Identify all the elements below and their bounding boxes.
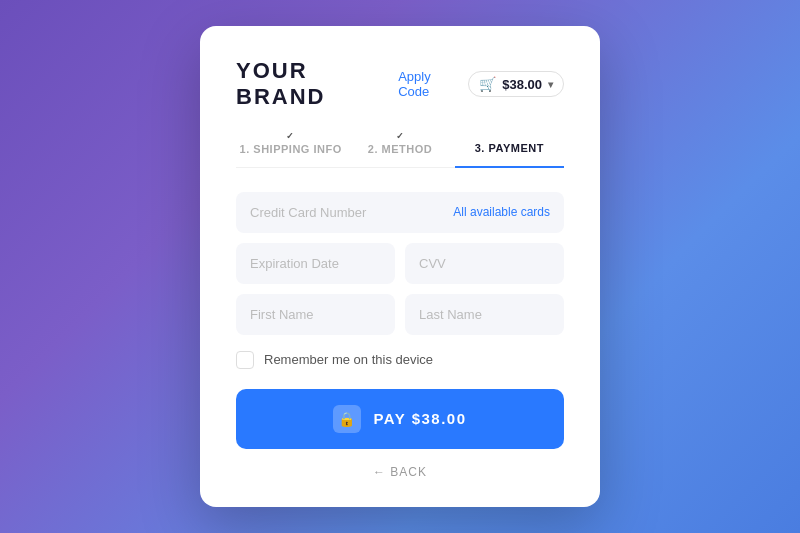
- step1-label: 1. SHIPPING INFO: [240, 143, 342, 155]
- first-name-wrapper: [236, 294, 395, 335]
- last-name-wrapper: [405, 294, 564, 335]
- credit-card-wrapper: All available cards: [236, 192, 564, 233]
- back-link[interactable]: ← BACK: [236, 465, 564, 479]
- step-payment[interactable]: 3. PAYMENT: [455, 130, 564, 168]
- cart-amount: $38.00: [502, 77, 542, 92]
- name-row: [236, 294, 564, 335]
- lock-icon: 🔒: [333, 405, 361, 433]
- payment-form: All available cards: [236, 192, 564, 335]
- step-method[interactable]: ✓ 2. METHOD: [345, 131, 454, 167]
- apply-code-button[interactable]: Apply Code: [398, 69, 458, 99]
- step2-check: ✓: [345, 131, 454, 141]
- chevron-down-icon: ▾: [548, 79, 553, 90]
- step-shipping[interactable]: ✓ 1. SHIPPING INFO: [236, 131, 345, 167]
- step3-check: [455, 130, 564, 140]
- expiry-cvv-row: [236, 243, 564, 284]
- cart-pill[interactable]: 🛒 $38.00 ▾: [468, 71, 564, 97]
- all-cards-link[interactable]: All available cards: [453, 205, 550, 219]
- remember-me-checkbox[interactable]: [236, 351, 254, 369]
- first-name-input[interactable]: [236, 294, 395, 335]
- step3-label: 3. PAYMENT: [475, 142, 544, 154]
- brand-title: YOUR BRAND: [236, 58, 398, 110]
- step2-label: 2. METHOD: [368, 143, 432, 155]
- cvv-input[interactable]: [405, 243, 564, 284]
- expiry-wrapper: [236, 243, 395, 284]
- card-header: YOUR BRAND Apply Code 🛒 $38.00 ▾: [236, 58, 564, 110]
- expiration-input[interactable]: [236, 243, 395, 284]
- remember-me-label: Remember me on this device: [264, 352, 433, 367]
- cart-icon: 🛒: [479, 76, 496, 92]
- steps-nav: ✓ 1. SHIPPING INFO ✓ 2. METHOD 3. PAYMEN…: [236, 130, 564, 168]
- cvv-wrapper: [405, 243, 564, 284]
- pay-button[interactable]: 🔒 PAY $38.00: [236, 389, 564, 449]
- pay-button-label: PAY $38.00: [373, 410, 466, 427]
- last-name-input[interactable]: [405, 294, 564, 335]
- remember-me-row: Remember me on this device: [236, 351, 564, 369]
- step1-check: ✓: [236, 131, 345, 141]
- header-right: Apply Code 🛒 $38.00 ▾: [398, 69, 564, 99]
- payment-card: YOUR BRAND Apply Code 🛒 $38.00 ▾ ✓ 1. SH…: [200, 26, 600, 507]
